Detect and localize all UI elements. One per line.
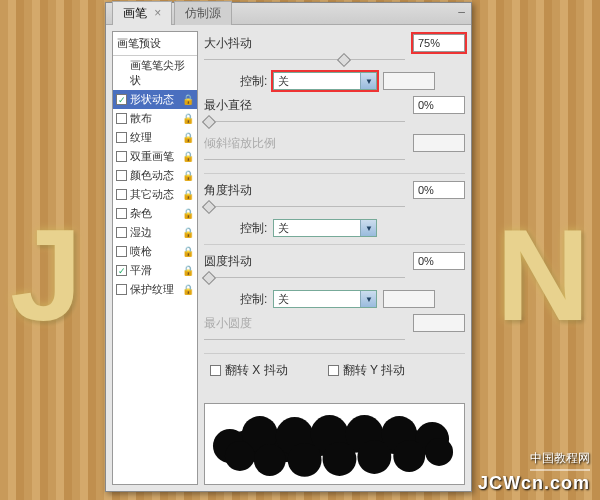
min-diameter-slider[interactable] — [204, 117, 465, 127]
sidebar-item-label: 纹理 — [130, 130, 152, 145]
sidebar-item-6[interactable]: 其它动态🔒 — [113, 185, 197, 204]
sidebar-item-3[interactable]: 纹理🔒 — [113, 128, 197, 147]
size-jitter-slider[interactable] — [204, 55, 465, 65]
sidebar-item-label: 湿边 — [130, 225, 152, 240]
min-roundness-label: 最小圆度 — [204, 315, 252, 332]
flip-y-checkbox[interactable]: 翻转 Y 抖动 — [328, 362, 405, 379]
brush-options-sidebar: 画笔预设 画笔笔尖形状✓形状动态🔒散布🔒纹理🔒双重画笔🔒颜色动态🔒其它动态🔒杂色… — [112, 31, 198, 485]
chevron-down-icon: ▼ — [360, 220, 376, 236]
watermark-url: JCWcn.com — [478, 473, 590, 494]
roundness-jitter-value[interactable]: 0% — [413, 252, 465, 270]
roundness-jitter-label: 圆度抖动 — [204, 253, 252, 270]
svg-point-9 — [357, 440, 391, 474]
roundness-control-select[interactable]: 关 ▼ — [273, 290, 377, 308]
min-diameter-value[interactable]: 0% — [413, 96, 465, 114]
titlebar: 画笔 × 仿制源 – — [106, 3, 471, 25]
lock-icon: 🔒 — [182, 246, 194, 257]
size-jitter-value[interactable]: 75% — [413, 34, 465, 52]
watermark-cn: 中国教程网 — [530, 450, 590, 471]
brush-stroke-icon — [205, 404, 464, 484]
checkbox-icon[interactable] — [116, 113, 127, 124]
svg-point-11 — [288, 443, 322, 477]
sidebar-item-label: 保护纹理 — [130, 282, 174, 297]
tab-brush-label: 画笔 — [123, 6, 147, 20]
checkbox-icon[interactable] — [116, 246, 127, 257]
tilt-scale-value — [413, 134, 465, 152]
tilt-scale-label: 倾斜缩放比例 — [204, 135, 276, 152]
roundness-jitter-slider[interactable] — [204, 273, 465, 283]
sidebar-item-0[interactable]: 画笔笔尖形状 — [113, 56, 197, 90]
sidebar-item-1[interactable]: ✓形状动态🔒 — [113, 90, 197, 109]
brush-panel: 画笔 × 仿制源 – 画笔预设 画笔笔尖形状✓形状动态🔒散布🔒纹理🔒双重画笔🔒颜… — [105, 2, 472, 492]
checkbox-icon[interactable] — [116, 227, 127, 238]
control-label-2: 控制: — [240, 220, 267, 237]
lock-icon: 🔒 — [182, 94, 194, 105]
checkbox-icon[interactable] — [116, 170, 127, 181]
bg-letter-j: J — [10, 200, 82, 350]
chevron-down-icon: ▼ — [360, 291, 376, 307]
sidebar-item-label: 散布 — [130, 111, 152, 126]
sidebar-item-9[interactable]: 喷枪🔒 — [113, 242, 197, 261]
tab-clone-source[interactable]: 仿制源 — [174, 1, 232, 25]
lock-icon: 🔒 — [182, 284, 194, 295]
checkbox-icon[interactable]: ✓ — [116, 94, 127, 105]
tab-clone-label: 仿制源 — [185, 6, 221, 20]
sidebar-item-label: 画笔笔尖形状 — [130, 58, 194, 88]
size-control-select[interactable]: 关 ▼ — [273, 72, 377, 90]
minimize-icon[interactable]: – — [458, 5, 465, 19]
sidebar-item-label: 平滑 — [130, 263, 152, 278]
checkbox-icon[interactable] — [116, 132, 127, 143]
tilt-scale-slider — [204, 155, 465, 165]
checkbox-icon[interactable] — [116, 208, 127, 219]
roundness-control-extra — [383, 290, 435, 308]
min-roundness-value — [413, 314, 465, 332]
sidebar-preset-header[interactable]: 画笔预设 — [113, 32, 197, 56]
angle-jitter-slider[interactable] — [204, 202, 465, 212]
close-icon[interactable]: × — [154, 6, 161, 20]
sidebar-item-label: 杂色 — [130, 206, 152, 221]
lock-icon: 🔒 — [182, 132, 194, 143]
sidebar-item-label: 双重画笔 — [130, 149, 174, 164]
checkbox-icon[interactable] — [116, 189, 127, 200]
control-label-3: 控制: — [240, 291, 267, 308]
svg-point-10 — [323, 442, 357, 476]
size-control-extra — [383, 72, 435, 90]
flip-y-label: 翻转 Y 抖动 — [343, 363, 405, 377]
angle-jitter-value[interactable]: 0% — [413, 181, 465, 199]
checkbox-icon[interactable] — [116, 151, 127, 162]
sidebar-item-label: 喷枪 — [130, 244, 152, 259]
sidebar-item-label: 形状动态 — [130, 92, 174, 107]
sidebar-item-10[interactable]: ✓平滑🔒 — [113, 261, 197, 280]
lock-icon: 🔒 — [182, 227, 194, 238]
bg-letter-n: N — [496, 200, 590, 350]
sidebar-item-11[interactable]: 保护纹理🔒 — [113, 280, 197, 299]
sidebar-item-label: 颜色动态 — [130, 168, 174, 183]
angle-control-value: 关 — [278, 221, 289, 236]
chevron-down-icon: ▼ — [360, 73, 376, 89]
flip-x-label: 翻转 X 抖动 — [225, 363, 288, 377]
size-control-value: 关 — [278, 74, 289, 89]
angle-jitter-label: 角度抖动 — [204, 182, 252, 199]
sidebar-item-8[interactable]: 湿边🔒 — [113, 223, 197, 242]
sidebar-item-2[interactable]: 散布🔒 — [113, 109, 197, 128]
tab-brush[interactable]: 画笔 × — [112, 1, 172, 25]
sidebar-item-label: 其它动态 — [130, 187, 174, 202]
min-diameter-label: 最小直径 — [204, 97, 252, 114]
lock-icon: 🔒 — [182, 189, 194, 200]
svg-point-7 — [425, 438, 453, 466]
checkbox-icon[interactable] — [116, 284, 127, 295]
svg-point-8 — [393, 440, 425, 472]
sidebar-item-4[interactable]: 双重画笔🔒 — [113, 147, 197, 166]
shape-dynamics-settings: 大小抖动 75% 控制: 关 ▼ 最小直径 0% — [204, 31, 465, 485]
angle-control-select[interactable]: 关 ▼ — [273, 219, 377, 237]
lock-icon: 🔒 — [182, 113, 194, 124]
lock-icon: 🔒 — [182, 265, 194, 276]
svg-point-12 — [254, 444, 286, 476]
checkbox-icon[interactable]: ✓ — [116, 265, 127, 276]
flip-x-checkbox[interactable]: 翻转 X 抖动 — [210, 362, 288, 379]
sidebar-item-5[interactable]: 颜色动态🔒 — [113, 166, 197, 185]
brush-preview — [204, 403, 465, 485]
min-roundness-slider — [204, 335, 465, 345]
lock-icon: 🔒 — [182, 170, 194, 181]
sidebar-item-7[interactable]: 杂色🔒 — [113, 204, 197, 223]
